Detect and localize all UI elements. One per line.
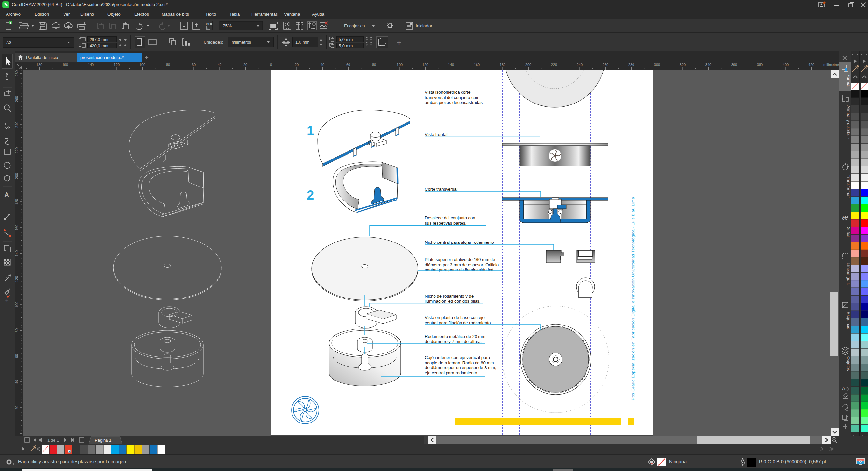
svg-text:Iniciador: Iniciador [415, 24, 433, 28]
svg-text:+: + [5, 297, 9, 304]
svg-text:100: 100 [140, 63, 145, 67]
svg-text:diámetro por 3 mm de espesor.: diámetro por 3 mm de espesor. Orificio [425, 262, 499, 267]
svg-text:40: 40 [15, 380, 19, 384]
svg-text:180: 180 [500, 63, 505, 67]
svg-text:Vista en planta de base con ej: Vista en planta de base con eje [425, 315, 485, 320]
svg-text:Líneas guía: Líneas guía [846, 263, 851, 285]
svg-text:milímetros: milímetros [824, 63, 839, 67]
svg-text:A: A [842, 386, 845, 391]
svg-text:140: 140 [448, 63, 454, 67]
svg-text:240: 240 [577, 63, 583, 67]
svg-text:Esquinas: Esquinas [846, 312, 851, 329]
svg-text:40: 40 [320, 63, 324, 67]
svg-text:Página 1: Página 1 [95, 438, 112, 443]
svg-text:160: 160 [474, 63, 480, 67]
svg-text:Glifos: Glifos [846, 227, 851, 238]
svg-text:80: 80 [372, 63, 376, 67]
svg-text:Rodamiento metálico de 20 mm: Rodamiento metálico de 20 mm [425, 334, 485, 339]
svg-text:iluminación led con dos pilas.: iluminación led con dos pilas. [425, 299, 481, 304]
svg-text:75%: 75% [223, 24, 231, 28]
svg-text:Nicho de rodamiento y de: Nicho de rodamiento y de [425, 294, 473, 299]
svg-text:140: 140 [88, 63, 94, 67]
svg-text:2: 2 [307, 188, 314, 202]
svg-text:Plato superior rotativo de 160: Plato superior rotativo de 160 mm de [425, 257, 495, 262]
svg-text:200: 200 [15, 173, 19, 179]
svg-text:80: 80 [15, 329, 19, 332]
svg-text:160: 160 [62, 63, 68, 67]
svg-text:240: 240 [15, 122, 19, 128]
svg-text:100: 100 [15, 302, 19, 308]
svg-text:sus respetivas partes.: sus respetivas partes. [425, 221, 466, 226]
svg-text:eje central para rodamiento: eje central para rodamiento [425, 370, 477, 375]
svg-text:acople de ruleman. Radio de 80: acople de ruleman. Radio de 80 mm [425, 360, 494, 365]
svg-text:de diámetro por un espesor de: de diámetro por un espesor de 3 mm, [425, 365, 496, 370]
svg-text:260: 260 [602, 63, 609, 67]
svg-text:Nicho central para alojar roda: Nicho central para alojar rodamiento [425, 240, 494, 245]
svg-text:380: 380 [757, 63, 763, 67]
svg-text:Corte transversal: Corte transversal [425, 187, 457, 192]
svg-text:x: x [333, 40, 335, 43]
svg-text:60: 60 [346, 63, 350, 67]
svg-text:Alinear y distribuir: Alinear y distribuir [846, 105, 851, 139]
svg-text:120: 120 [15, 276, 19, 282]
svg-text:20: 20 [243, 63, 247, 67]
svg-text:20: 20 [15, 406, 19, 409]
svg-text:transversal del conjunto con: transversal del conjunto con [425, 95, 478, 100]
svg-text:Encajar en: Encajar en [344, 24, 365, 28]
svg-text:central para pase de iluminaci: central para pase de iluminación led. [425, 267, 495, 272]
svg-text:Forma: Forma [846, 74, 851, 87]
svg-text:Objetos: Objetos [846, 357, 851, 371]
svg-text:Despiece del conjunto con: Despiece del conjunto con [425, 215, 475, 221]
svg-text:80: 80 [166, 63, 170, 67]
svg-text:200: 200 [525, 63, 531, 67]
svg-text:Vista isonométrica corte: Vista isonométrica corte [425, 90, 470, 95]
svg-text:400: 400 [783, 63, 788, 67]
svg-text:60: 60 [15, 354, 19, 358]
svg-text:1 de 1: 1 de 1 [47, 438, 59, 443]
svg-text:160: 160 [15, 225, 19, 231]
svg-text:340: 340 [706, 63, 711, 67]
svg-text:y: y [333, 46, 335, 49]
svg-text:120: 120 [114, 63, 120, 67]
svg-text:1: 1 [307, 123, 314, 138]
svg-text:280: 280 [15, 70, 19, 76]
svg-text:0: 0 [270, 63, 272, 67]
svg-text:120: 120 [423, 63, 428, 67]
svg-text:Vista frontal: Vista frontal [425, 132, 447, 137]
svg-text:320: 320 [680, 63, 686, 67]
svg-text:360: 360 [731, 63, 737, 67]
svg-text:180: 180 [36, 63, 42, 67]
svg-text:420: 420 [808, 63, 814, 67]
svg-text:220: 220 [551, 63, 557, 67]
svg-text:↓: ↓ [207, 27, 209, 30]
svg-text:300: 300 [654, 63, 660, 67]
svg-text:40: 40 [218, 63, 221, 67]
svg-text:60: 60 [192, 63, 196, 67]
svg-text:280: 280 [628, 63, 634, 67]
svg-text:140: 140 [15, 250, 19, 256]
svg-text:Transformar: Transformar [846, 175, 851, 198]
svg-text:260: 260 [15, 96, 19, 102]
svg-text:180: 180 [15, 199, 19, 205]
svg-text:A: A [4, 191, 9, 198]
svg-text:100: 100 [397, 63, 403, 67]
svg-text:20: 20 [295, 63, 299, 67]
svg-text:Pos Grado Especialización en F: Pos Grado Especialización en Fabricación… [630, 197, 636, 400]
svg-text:Cajón inferior con eje vertica: Cajón inferior con eje vertical para [425, 355, 490, 360]
svg-text:220: 220 [15, 147, 19, 153]
svg-text:de diámetro y 7 mm de altura.: de diámetro y 7 mm de altura. [425, 339, 482, 344]
svg-text:æ: æ [842, 213, 848, 221]
